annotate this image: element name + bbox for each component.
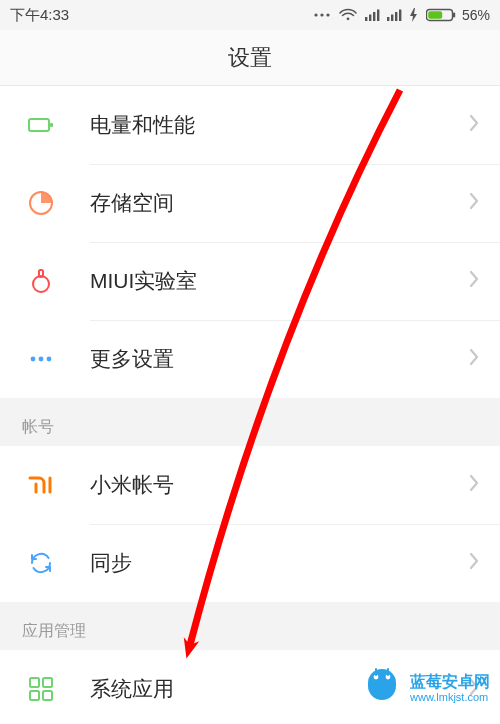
svg-rect-9 [395,12,397,21]
chevron-right-icon [468,551,480,575]
section-header-app-mgmt: 应用管理 [0,602,500,650]
battery-pct: 56% [462,7,490,23]
row-miui-lab[interactable]: MIUI实验室 [0,242,500,320]
settings-group-account: 小米帐号 同步 [0,446,500,602]
charging-icon [408,8,420,22]
svg-rect-10 [399,10,401,22]
row-label: 同步 [90,549,468,577]
row-label: MIUI实验室 [90,267,468,295]
row-label: 存储空间 [90,189,468,217]
settings-group-system: 电量和性能 存储空间 MIUI实验室 更多设置 [0,86,500,398]
row-mi-account[interactable]: 小米帐号 [0,446,500,524]
svg-rect-5 [373,12,375,21]
svg-rect-4 [369,15,371,22]
chevron-right-icon [468,347,480,371]
row-label: 小米帐号 [90,471,460,499]
svg-rect-25 [30,691,39,700]
svg-point-2 [326,13,329,16]
svg-point-18 [31,357,36,362]
row-label: 更多设置 [90,345,468,373]
signal-2-icon [386,8,402,22]
svg-rect-8 [391,15,393,22]
chevron-right-icon [468,269,480,293]
chevron-right-icon [468,473,480,497]
section-title: 应用管理 [22,621,86,642]
svg-point-19 [39,357,44,362]
lab-icon [26,266,56,296]
more-dots-icon [312,8,332,22]
row-storage[interactable]: 存储空间 [0,164,500,242]
chevron-right-icon [468,677,480,701]
mi-logo-icon [26,470,56,500]
svg-rect-26 [43,691,52,700]
section-title: 帐号 [22,417,54,438]
more-icon [26,344,56,374]
svg-rect-13 [428,11,442,19]
row-battery-performance[interactable]: 电量和性能 [0,86,500,164]
battery-icon [426,8,456,22]
row-label: 电量和性能 [90,111,468,139]
signal-1-icon [364,8,380,22]
battery-perf-icon [26,110,56,140]
svg-rect-7 [387,17,389,21]
svg-rect-12 [453,13,455,18]
svg-rect-6 [377,10,379,22]
row-more-settings[interactable]: 更多设置 [0,320,500,398]
svg-point-16 [33,276,49,292]
status-bar: 下午4:33 56% [0,0,500,30]
apps-grid-icon [26,674,56,704]
svg-point-1 [320,13,323,16]
svg-rect-14 [29,119,49,131]
section-header-account: 帐号 [0,398,500,446]
page-header: 设置 [0,30,500,86]
row-sync[interactable]: 同步 [0,524,500,602]
svg-point-0 [314,13,317,16]
row-system-apps[interactable]: 系统应用 [0,650,500,724]
svg-rect-23 [30,678,39,687]
status-icons: 56% [69,7,490,23]
page-title: 设置 [228,43,272,73]
status-time: 下午4:33 [10,6,69,25]
settings-group-apps: 系统应用 [0,650,500,724]
sync-icon [26,548,56,578]
wifi-icon [338,8,358,22]
svg-point-20 [47,357,52,362]
svg-rect-15 [50,123,53,127]
chevron-right-icon [468,191,480,215]
svg-rect-24 [43,678,52,687]
row-label: 系统应用 [90,675,468,703]
storage-icon [26,188,56,218]
chevron-right-icon [468,113,480,137]
svg-rect-3 [365,17,367,21]
